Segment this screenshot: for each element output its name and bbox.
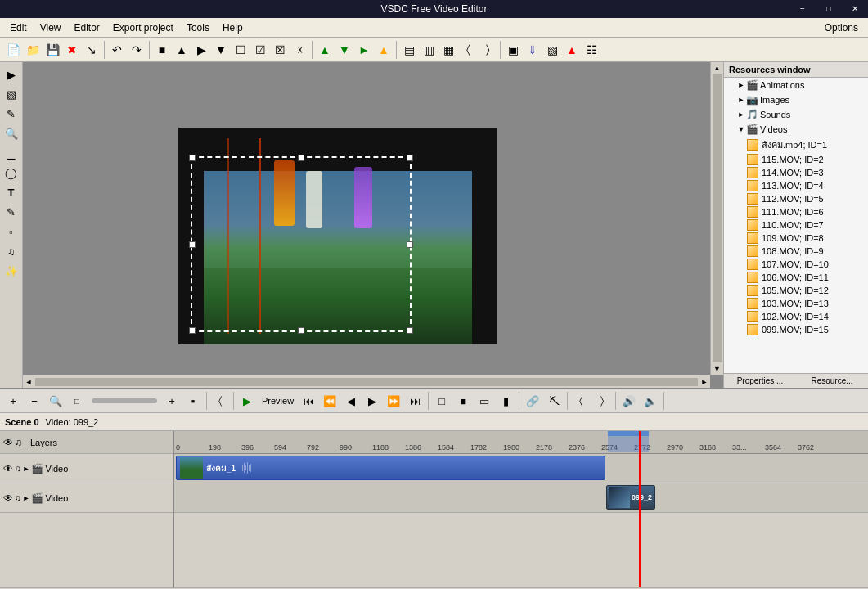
tool-shape[interactable]: ◯	[2, 164, 20, 182]
close-button[interactable]: ✕	[842, 0, 868, 18]
tb15[interactable]: ▦	[438, 40, 458, 60]
zoom-plus[interactable]: +	[162, 392, 182, 410]
snap-btn[interactable]: ⛏	[544, 392, 564, 410]
tb8[interactable]: ☓	[290, 40, 309, 60]
tb2[interactable]: ▲	[172, 40, 191, 60]
tree-file-8[interactable]: 109.MOV; ID=8	[724, 232, 868, 245]
mark-in[interactable]: 〈	[571, 392, 591, 410]
trim3[interactable]: ▭	[474, 392, 494, 410]
track-expand-2[interactable]: ►	[23, 494, 30, 502]
trim4[interactable]: ▮	[496, 392, 515, 410]
tree-sounds[interactable]: ► 🎵 Sounds	[724, 107, 868, 122]
zoom-in-btn[interactable]: +	[3, 392, 23, 410]
tree-file-14[interactable]: 102.MOV; ID=14	[724, 310, 868, 323]
next-frame-btn[interactable]: ⏩	[384, 392, 403, 410]
menu-view[interactable]: View	[34, 20, 68, 35]
tree-file-13[interactable]: 103.MOV; ID=13	[724, 297, 868, 310]
menu-tools[interactable]: Tools	[180, 20, 216, 35]
tree-file-11[interactable]: 106.MOV; ID=11	[724, 271, 868, 284]
redo-button[interactable]: ↷	[127, 40, 146, 60]
end-btn[interactable]: ⏭	[405, 392, 425, 410]
tool-zoom[interactable]: 🔍	[2, 124, 20, 142]
tb5[interactable]: ☐	[231, 40, 250, 60]
tree-file-4[interactable]: 113.MOV; ID=4	[724, 179, 868, 192]
tree-file-5[interactable]: 112.MOV; ID=5	[724, 192, 868, 205]
zoom-out-btn[interactable]: −	[25, 392, 44, 410]
tool-line[interactable]: ⎯	[2, 144, 20, 162]
clip-sangkom[interactable]: สังคม_1	[176, 456, 605, 480]
tb21[interactable]: ▲	[562, 40, 582, 60]
tool-pointer[interactable]: ▶	[2, 65, 20, 83]
properties-tab[interactable]: Properties ...	[724, 374, 796, 388]
tool-hand[interactable]: ✎	[2, 105, 20, 123]
rev-play-btn[interactable]: ◀	[341, 392, 361, 410]
menu-editor[interactable]: Editor	[67, 20, 106, 35]
tree-images[interactable]: ► 📷 Images	[724, 92, 868, 107]
tb4[interactable]: ▼	[211, 40, 231, 60]
audio-toggle-1[interactable]: ♫	[15, 464, 21, 473]
undo-button[interactable]: ↶	[107, 40, 127, 60]
tree-file-1[interactable]: สังคม.mp4; ID=1	[724, 137, 868, 153]
tree-videos[interactable]: ▼ 🎬 Videos	[724, 122, 868, 137]
tb7[interactable]: ☒	[270, 40, 290, 60]
tool-select[interactable]: ▧	[2, 85, 20, 103]
tool-pen[interactable]: ✎	[2, 203, 20, 221]
chain-btn[interactable]: 🔗	[523, 392, 542, 410]
tb13[interactable]: ▤	[399, 40, 419, 60]
trim-right[interactable]: ■	[453, 392, 473, 410]
tb10[interactable]: ▼	[335, 40, 354, 60]
tree-file-10[interactable]: 107.MOV; ID=10	[724, 258, 868, 271]
zoom-slider[interactable]	[92, 398, 157, 403]
audio-btn[interactable]: 🔊	[619, 392, 639, 410]
tree-file-3[interactable]: 114.MOV; ID=3	[724, 166, 868, 179]
tb16[interactable]: 〈	[458, 40, 478, 60]
tb22[interactable]: ☷	[582, 40, 601, 60]
delete-button[interactable]: ✖	[62, 40, 82, 60]
fwd-play-btn[interactable]: ▶	[362, 392, 382, 410]
zoom-fit[interactable]: □	[67, 392, 87, 410]
zoom-custom[interactable]: 🔍	[46, 392, 65, 410]
tool-effects[interactable]: ✨	[2, 262, 20, 280]
maximize-button[interactable]: □	[816, 0, 842, 18]
tool-fill[interactable]: ▫	[2, 223, 20, 241]
tool-audio[interactable]: ♫	[2, 242, 20, 260]
save-button[interactable]: 💾	[43, 40, 62, 60]
expand-btn[interactable]: 〈	[210, 392, 230, 410]
menu-edit[interactable]: Edit	[3, 20, 34, 35]
tb6[interactable]: ☑	[250, 40, 270, 60]
open-button[interactable]: 📁	[23, 40, 43, 60]
import-button[interactable]: ↘	[82, 40, 101, 60]
vis-toggle-2[interactable]: 👁	[3, 492, 13, 504]
tree-file-12[interactable]: 105.MOV; ID=12	[724, 284, 868, 297]
tree-file-15[interactable]: 099.MOV; ID=15	[724, 323, 868, 336]
resources-tab[interactable]: Resource...	[796, 374, 868, 388]
zoom-rect[interactable]: ▪	[183, 392, 203, 410]
clip-099[interactable]: 099_2	[606, 485, 655, 510]
tb1[interactable]: ■	[152, 40, 172, 60]
options-button[interactable]: Options	[818, 20, 865, 35]
tree-animations[interactable]: ► 🎬 Animations	[724, 78, 868, 92]
play-btn[interactable]: ▶	[237, 392, 257, 410]
tb12[interactable]: ▲	[374, 40, 394, 60]
minimize-button[interactable]: −	[789, 0, 816, 18]
horizontal-scrollbar[interactable]: ◄ ►	[23, 375, 710, 388]
audio-toggle-2[interactable]: ♫	[15, 493, 21, 502]
tb3[interactable]: ▶	[191, 40, 211, 60]
tb11[interactable]: ►	[354, 40, 374, 60]
tool-text[interactable]: T	[2, 183, 20, 201]
prev-frame-btn[interactable]: ⏪	[320, 392, 340, 410]
tree-file-7[interactable]: 110.MOV; ID=7	[724, 218, 868, 232]
track-expand-1[interactable]: ►	[23, 465, 30, 473]
tb18[interactable]: ▣	[503, 40, 523, 60]
vis-toggle-1[interactable]: 👁	[3, 463, 13, 474]
new-button[interactable]: 📄	[3, 40, 23, 60]
vertical-scrollbar[interactable]: ▲ ▼	[710, 62, 723, 375]
menu-export[interactable]: Export project	[106, 20, 180, 35]
menu-help[interactable]: Help	[216, 20, 250, 35]
tb17[interactable]: 〉	[478, 40, 497, 60]
tree-file-2[interactable]: 115.MOV; ID=2	[724, 153, 868, 166]
tb14[interactable]: ▥	[419, 40, 438, 60]
tb20[interactable]: ▧	[542, 40, 562, 60]
tb9[interactable]: ▲	[315, 40, 335, 60]
trim-left[interactable]: □	[432, 392, 452, 410]
